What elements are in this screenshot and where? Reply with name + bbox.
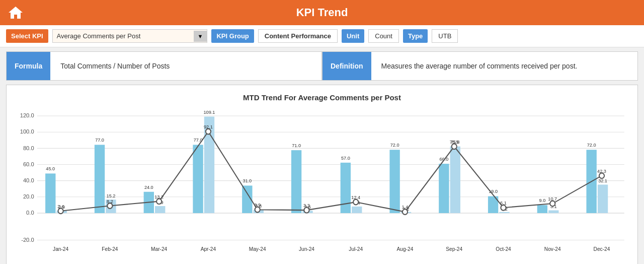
- definition-section: Definition Measures the average number o…: [323, 52, 637, 80]
- kpi-dropdown-button[interactable]: ▼: [194, 31, 207, 42]
- kpi-select-input[interactable]: [53, 30, 194, 42]
- target-dot-feb: [107, 203, 112, 209]
- main-chart-svg: 120.0 100.0 80.0 60.0 40.0 20.0 0.0 -20.…: [15, 108, 629, 259]
- svg-text:75.5: 75.5: [450, 139, 459, 144]
- svg-text:100.0: 100.0: [20, 128, 34, 135]
- svg-text:3.3: 3.3: [303, 203, 310, 208]
- target-dot-oct: [501, 205, 506, 211]
- bar-actual-sep: [439, 164, 449, 213]
- svg-text:45.0: 45.0: [46, 166, 55, 171]
- svg-text:20.0: 20.0: [23, 193, 34, 200]
- bar-py-sep: [450, 147, 460, 213]
- chart-area: 120.0 100.0 80.0 60.0 40.0 20.0 0.0 -20.…: [15, 108, 629, 261]
- bar-py-dec: [598, 184, 608, 213]
- svg-text:Jun-24: Jun-24: [299, 246, 314, 252]
- toolbar: Select KPI ▼ KPI Group Content Performan…: [0, 25, 644, 47]
- bar-py-nov: [548, 210, 558, 213]
- chart-container: MTD Trend For Average Comments per Post …: [6, 85, 638, 264]
- target-dot-jun: [304, 208, 309, 213]
- svg-text:77.0: 77.0: [95, 137, 104, 143]
- svg-text:6.1: 6.1: [500, 200, 507, 206]
- svg-text:0.0: 0.0: [26, 210, 34, 216]
- svg-text:10.7: 10.7: [548, 196, 557, 202]
- svg-text:Jul-24: Jul-24: [349, 246, 363, 252]
- bar-actual-jan: [45, 173, 55, 213]
- kpi-group-label: KPI Group: [211, 29, 254, 43]
- formula-text: Total Comments / Number of Posts: [50, 54, 180, 78]
- bar-py-oct: [499, 212, 509, 213]
- svg-text:13.2: 13.2: [154, 194, 164, 200]
- svg-text:Apr-24: Apr-24: [201, 246, 216, 252]
- svg-text:2.4: 2.4: [57, 204, 64, 209]
- svg-text:120.0: 120.0: [20, 112, 34, 118]
- svg-text:Nov-24: Nov-24: [544, 246, 561, 252]
- svg-text:-20.0: -20.0: [21, 236, 34, 242]
- type-label: Type: [403, 29, 428, 43]
- formula-section: Formula Total Comments / Number of Posts: [7, 52, 323, 80]
- svg-text:9.0: 9.0: [539, 197, 546, 203]
- home-icon[interactable]: [8, 5, 24, 21]
- formula-tab: Formula: [7, 52, 50, 80]
- svg-text:31.0: 31.0: [243, 178, 252, 183]
- bar-actual-apr: [193, 145, 203, 213]
- unit-value: Count: [368, 29, 399, 43]
- bar-actual-jun: [291, 150, 301, 213]
- svg-text:80.0: 80.0: [23, 145, 34, 151]
- svg-text:24.0: 24.0: [144, 184, 153, 189]
- svg-text:12.4: 12.4: [351, 194, 360, 200]
- svg-text:71.0: 71.0: [292, 143, 301, 148]
- svg-text:Mar-24: Mar-24: [151, 246, 167, 252]
- svg-text:42.3: 42.3: [597, 168, 606, 173]
- bar-actual-jul: [341, 163, 351, 213]
- target-dot-may: [255, 207, 260, 213]
- target-line: [61, 131, 602, 212]
- svg-text:Dec-24: Dec-24: [594, 246, 610, 252]
- bar-actual-feb: [95, 145, 105, 213]
- page-header: KPI Trend: [0, 0, 644, 25]
- type-value: UTB: [432, 29, 458, 43]
- kpi-group-value: Content Performance: [258, 29, 338, 43]
- bar-py-mar: [155, 206, 165, 213]
- chart-title: MTD Trend For Average Comments per Post: [15, 93, 629, 102]
- svg-text:72.0: 72.0: [390, 142, 399, 148]
- svg-text:57.0: 57.0: [341, 155, 350, 161]
- svg-text:Sep-24: Sep-24: [446, 246, 462, 252]
- svg-text:Feb-24: Feb-24: [102, 246, 118, 252]
- target-dot-jul: [353, 200, 358, 205]
- svg-text:15.2: 15.2: [107, 193, 116, 199]
- svg-text:Jan-24: Jan-24: [53, 246, 68, 252]
- svg-text:72.0: 72.0: [587, 142, 596, 148]
- kpi-select[interactable]: ▼: [52, 29, 208, 43]
- svg-text:92.1: 92.1: [204, 123, 213, 129]
- definition-tab: Definition: [323, 52, 371, 80]
- svg-marker-0: [9, 7, 23, 19]
- svg-text:40.0: 40.0: [23, 177, 34, 183]
- target-dot-apr: [206, 129, 211, 135]
- svg-text:60.0: 60.0: [23, 161, 34, 167]
- svg-text:8.2: 8.2: [107, 198, 113, 204]
- definition-text: Measures the average number of comments …: [371, 54, 588, 78]
- svg-text:Aug-24: Aug-24: [397, 246, 414, 252]
- target-dot-dec: [599, 173, 604, 178]
- svg-text:May-24: May-24: [249, 246, 266, 252]
- select-kpi-label: Select KPI: [6, 29, 48, 43]
- svg-text:1.4: 1.4: [402, 204, 409, 210]
- target-dot-aug: [403, 209, 408, 215]
- page-title: KPI Trend: [296, 6, 348, 19]
- bar-actual-nov: [537, 205, 547, 213]
- bar-actual-aug: [389, 150, 399, 213]
- info-row: Formula Total Comments / Number of Posts…: [6, 51, 638, 81]
- svg-text:109.1: 109.1: [204, 109, 215, 115]
- bar-py-jul: [352, 207, 362, 213]
- unit-label: Unit: [342, 29, 364, 43]
- target-dot-sep: [452, 144, 457, 149]
- svg-text:Oct-24: Oct-24: [496, 246, 511, 252]
- svg-text:3.9: 3.9: [254, 202, 261, 208]
